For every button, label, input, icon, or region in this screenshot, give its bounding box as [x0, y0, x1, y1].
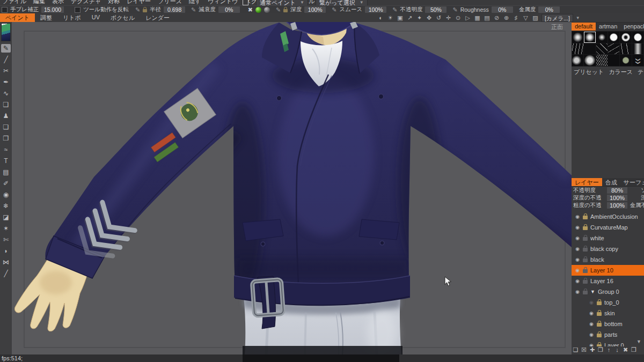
- expand-arrow-icon[interactable]: ▼: [590, 289, 595, 294]
- visibility-eye-icon[interactable]: ◉: [589, 311, 594, 316]
- depth-curve-icon[interactable]: ✎: [276, 7, 281, 13]
- opacity-curve-icon[interactable]: ✎: [392, 7, 397, 13]
- menu-item[interactable]: ウィンドウ: [208, 0, 238, 5]
- brush-marks[interactable]: [608, 55, 619, 66]
- zoom-icon[interactable]: ⊙: [455, 14, 462, 21]
- layer-folder-icon[interactable]: ❒: [631, 346, 637, 353]
- texture-view-icon[interactable]: ▨: [532, 14, 539, 21]
- visibility-eye-icon[interactable]: ◉: [575, 289, 580, 294]
- move-layer-down-icon[interactable]: ↓: [614, 346, 620, 353]
- freeze-tool[interactable]: ❄: [1, 202, 11, 210]
- property-value[interactable]: 100%: [607, 202, 627, 209]
- shade-sphere-icon[interactable]: ◐: [377, 14, 384, 21]
- add-view-icon[interactable]: ⊕: [503, 14, 510, 21]
- move-layer-up-icon[interactable]: ↑: [606, 346, 612, 353]
- layer-row[interactable]: ◉ ▼ Group 0: [572, 286, 644, 297]
- brush-soft-round-sm[interactable]: [596, 32, 608, 43]
- layer-row[interactable]: ◉ ▼ CurvatureMap: [572, 222, 644, 233]
- lock-icon[interactable]: [583, 226, 588, 230]
- visibility-eye-icon[interactable]: ◉: [589, 321, 594, 327]
- smooth-value[interactable]: 100%: [365, 6, 386, 13]
- new-layer-icon[interactable]: ❏: [573, 346, 579, 353]
- preset-tab[interactable]: カラース: [609, 68, 633, 76]
- room-tab[interactable]: UV: [86, 13, 105, 22]
- select-rect-tool[interactable]: ❏: [1, 123, 11, 131]
- roughness-value[interactable]: 0%: [492, 6, 513, 13]
- export-icon[interactable]: ↗: [406, 14, 413, 21]
- layer-row[interactable]: ◉ ▼ parts: [572, 329, 644, 340]
- menu-item[interactable]: 表示: [52, 0, 64, 5]
- square-mode-icon[interactable]: [243, 0, 248, 5]
- menu-item[interactable]: レイヤー: [127, 0, 151, 5]
- layer-row[interactable]: ◉ ▼ white: [572, 233, 644, 243]
- menu-item[interactable]: フリーズ: [158, 0, 182, 5]
- brush-soft-round-md[interactable]: [584, 32, 595, 43]
- paint-mode-dropdown[interactable]: 通常ペイント ▼: [256, 0, 308, 5]
- layers-panel-tab[interactable]: 合成: [602, 178, 620, 186]
- brush-ring[interactable]: [620, 32, 631, 43]
- visibility-eye-icon[interactable]: ◉: [575, 214, 580, 219]
- lock-icon[interactable]: [597, 312, 602, 316]
- add-fx-icon[interactable]: ✚: [589, 346, 595, 353]
- move-icon[interactable]: ✛: [445, 14, 452, 21]
- color-swatch[interactable]: [1, 23, 11, 41]
- clone-tool[interactable]: ◗: [1, 247, 11, 255]
- visibility-eye-icon[interactable]: ◉: [589, 332, 594, 337]
- lock-icon[interactable]: [597, 323, 602, 327]
- brush-set-tab[interactable]: penpack: [620, 23, 644, 31]
- brush-hatch[interactable]: [596, 55, 608, 66]
- stabilizer-value[interactable]: 15.000: [41, 6, 64, 13]
- layer-row[interactable]: ◉ ▼ Layer 0: [572, 340, 644, 346]
- visibility-eye-icon[interactable]: ◉: [589, 300, 594, 305]
- brush-streak[interactable]: [632, 43, 643, 55]
- pan-icon[interactable]: ✥: [426, 14, 433, 21]
- disable-icon[interactable]: ⊘: [493, 14, 500, 21]
- material-preview-sphere-dim-icon[interactable]: [264, 7, 270, 13]
- brush-set-tab[interactable]: default: [572, 23, 596, 31]
- duplicate-layer-icon[interactable]: ❐: [598, 346, 604, 353]
- menu-item[interactable]: 隠す: [189, 0, 201, 5]
- lock-icon[interactable]: [583, 237, 588, 241]
- lock-icon[interactable]: [583, 248, 588, 252]
- image-doc-tool[interactable]: ▤: [1, 168, 11, 176]
- brush-scratch-2[interactable]: [608, 43, 619, 55]
- material-preview-sphere-icon[interactable]: [255, 7, 261, 13]
- 3d-model-jacket[interactable]: [12, 22, 572, 354]
- brush-hard-round-2[interactable]: [632, 32, 643, 43]
- visibility-eye-icon[interactable]: ◉: [575, 246, 580, 252]
- camera-dropdown[interactable]: [カメラ...]: [541, 14, 573, 22]
- measure-tool[interactable]: ╱: [1, 269, 11, 278]
- eraser-tool[interactable]: ✂: [1, 67, 11, 75]
- lock-icon[interactable]: [583, 216, 588, 219]
- fill-brush-tool[interactable]: ❑: [1, 100, 11, 109]
- radius-value[interactable]: 0.698: [164, 6, 185, 13]
- radius-lock-icon[interactable]: [143, 9, 147, 12]
- preset-tab[interactable]: プリセット: [574, 68, 604, 76]
- brush-squiggle[interactable]: [572, 43, 583, 55]
- visibility-eye-icon[interactable]: ◉: [575, 268, 580, 273]
- brush-scratch-1[interactable]: [596, 43, 608, 55]
- visibility-eye-icon[interactable]: ◉: [589, 343, 594, 346]
- room-tab[interactable]: レンダー: [140, 13, 175, 22]
- clear-layer-icon[interactable]: ✖: [623, 346, 628, 353]
- lock-icon[interactable]: [583, 269, 588, 273]
- smooth-curve-icon[interactable]: ✎: [332, 7, 336, 13]
- brush-moss-sphere[interactable]: [620, 55, 631, 66]
- brush-more-chevrons[interactable]: [632, 55, 643, 66]
- play-icon[interactable]: ▷: [464, 14, 471, 21]
- menu-item[interactable]: ファイル: [2, 0, 26, 5]
- brush-set-tab[interactable]: artman: [596, 23, 620, 31]
- layer-row[interactable]: ◉ ▼ skin: [572, 308, 644, 319]
- delete-layer-icon[interactable]: ☒: [581, 346, 587, 353]
- brush-blob[interactable]: [572, 55, 583, 66]
- menu-item[interactable]: 編集: [33, 0, 45, 5]
- grid-icon[interactable]: ♯: [513, 14, 519, 21]
- room-tab[interactable]: ボクセル: [105, 13, 140, 22]
- menu-item[interactable]: 対称: [108, 0, 120, 5]
- lock-icon[interactable]: [583, 258, 588, 262]
- select-mode-dropdown[interactable]: 繋がって選択 ▼: [316, 0, 368, 5]
- roughness-curve-icon[interactable]: ✎: [452, 7, 457, 13]
- pencil-tool[interactable]: ╱: [1, 55, 11, 64]
- falloff-curve-icon[interactable]: ✎: [191, 7, 196, 13]
- spline-tool[interactable]: ≈: [1, 145, 11, 154]
